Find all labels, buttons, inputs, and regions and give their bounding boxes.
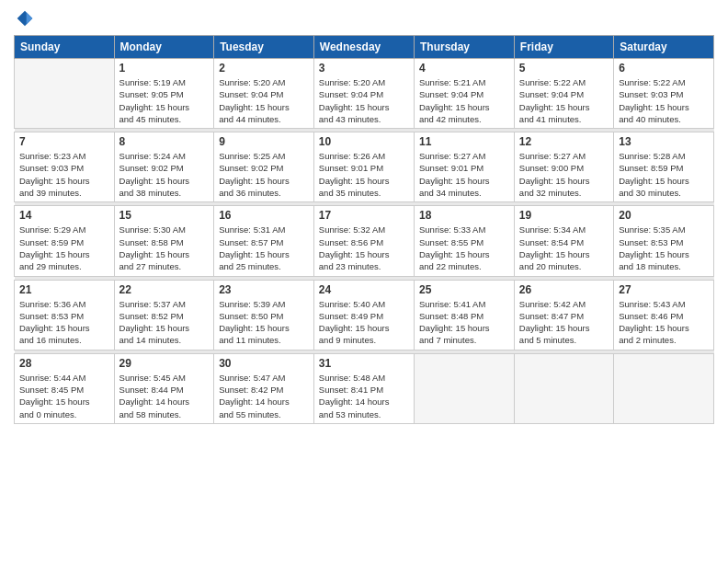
calendar-day-cell: 16Sunrise: 5:31 AMSunset: 8:57 PMDayligh… (214, 206, 314, 276)
logo-icon (16, 9, 34, 28)
day-number: 27 (619, 283, 709, 296)
day-number: 9 (219, 135, 309, 148)
day-number: 25 (419, 283, 509, 296)
day-info: Sunrise: 5:26 AMSunset: 9:01 PMDaylight:… (319, 150, 409, 199)
day-info: Sunrise: 5:34 AMSunset: 8:54 PMDaylight:… (519, 224, 609, 272)
calendar-day-cell (15, 59, 115, 129)
day-info: Sunrise: 5:19 AMSunset: 9:05 PMDaylight:… (119, 76, 210, 125)
day-info: Sunrise: 5:32 AMSunset: 8:56 PMDaylight:… (319, 224, 409, 272)
calendar-day-cell: 25Sunrise: 5:41 AMSunset: 8:48 PMDayligh… (415, 280, 515, 350)
calendar-day-header: Tuesday (214, 36, 314, 59)
calendar-day-cell: 20Sunrise: 5:35 AMSunset: 8:53 PMDayligh… (614, 206, 714, 276)
day-info: Sunrise: 5:23 AMSunset: 9:03 PMDaylight:… (19, 150, 109, 199)
day-info: Sunrise: 5:29 AMSunset: 8:59 PMDaylight:… (19, 224, 109, 272)
day-number: 21 (19, 283, 109, 296)
day-info: Sunrise: 5:47 AMSunset: 8:42 PMDaylight:… (219, 372, 309, 420)
calendar-day-cell: 22Sunrise: 5:37 AMSunset: 8:52 PMDayligh… (114, 280, 214, 350)
day-number: 31 (319, 357, 409, 370)
calendar-day-cell: 19Sunrise: 5:34 AMSunset: 8:54 PMDayligh… (514, 206, 613, 276)
calendar-day-cell: 23Sunrise: 5:39 AMSunset: 8:50 PMDayligh… (214, 280, 314, 350)
day-number: 3 (319, 62, 409, 75)
calendar-day-cell: 3Sunrise: 5:20 AMSunset: 9:04 PMDaylight… (313, 59, 414, 129)
calendar-day-cell: 14Sunrise: 5:29 AMSunset: 8:59 PMDayligh… (15, 206, 115, 276)
calendar-day-cell (614, 353, 714, 423)
day-info: Sunrise: 5:27 AMSunset: 9:00 PMDaylight:… (519, 150, 609, 199)
calendar-day-cell: 8Sunrise: 5:24 AMSunset: 9:02 PMDaylight… (114, 132, 214, 202)
calendar-day-cell: 18Sunrise: 5:33 AMSunset: 8:55 PMDayligh… (415, 206, 515, 276)
svg-marker-1 (27, 12, 33, 24)
day-number: 26 (519, 283, 609, 296)
calendar-day-cell: 30Sunrise: 5:47 AMSunset: 8:42 PMDayligh… (214, 353, 314, 423)
day-number: 6 (619, 62, 709, 75)
day-info: Sunrise: 5:37 AMSunset: 8:52 PMDaylight:… (119, 298, 210, 347)
day-info: Sunrise: 5:45 AMSunset: 8:44 PMDaylight:… (119, 372, 210, 420)
day-number: 11 (419, 135, 509, 148)
day-info: Sunrise: 5:20 AMSunset: 9:04 PMDaylight:… (219, 76, 309, 125)
day-info: Sunrise: 5:31 AMSunset: 8:57 PMDaylight:… (219, 224, 309, 272)
calendar-day-cell: 11Sunrise: 5:27 AMSunset: 9:01 PMDayligh… (415, 132, 515, 202)
day-info: Sunrise: 5:22 AMSunset: 9:04 PMDaylight:… (519, 76, 609, 125)
calendar-day-cell (415, 353, 515, 423)
day-info: Sunrise: 5:43 AMSunset: 8:46 PMDaylight:… (619, 298, 709, 347)
day-info: Sunrise: 5:40 AMSunset: 8:49 PMDaylight:… (319, 298, 409, 347)
day-number: 14 (19, 209, 109, 222)
calendar-day-header: Sunday (15, 36, 115, 59)
calendar-week-row: 28Sunrise: 5:44 AMSunset: 8:45 PMDayligh… (15, 353, 714, 423)
calendar-day-cell: 4Sunrise: 5:21 AMSunset: 9:04 PMDaylight… (415, 59, 515, 129)
day-number: 29 (119, 357, 210, 370)
day-number: 16 (219, 209, 309, 222)
day-info: Sunrise: 5:48 AMSunset: 8:41 PMDaylight:… (319, 372, 409, 420)
day-number: 18 (419, 209, 509, 222)
calendar-day-cell: 24Sunrise: 5:40 AMSunset: 8:49 PMDayligh… (313, 280, 414, 350)
calendar-day-cell: 31Sunrise: 5:48 AMSunset: 8:41 PMDayligh… (313, 353, 414, 423)
day-info: Sunrise: 5:44 AMSunset: 8:45 PMDaylight:… (19, 372, 109, 420)
day-number: 17 (319, 209, 409, 222)
logo (14, 9, 34, 28)
day-number: 15 (119, 209, 210, 222)
calendar-day-cell: 10Sunrise: 5:26 AMSunset: 9:01 PMDayligh… (313, 132, 414, 202)
calendar-week-row: 21Sunrise: 5:36 AMSunset: 8:53 PMDayligh… (15, 280, 714, 350)
day-info: Sunrise: 5:24 AMSunset: 9:02 PMDaylight:… (119, 150, 210, 199)
day-number: 30 (219, 357, 309, 370)
calendar-day-cell: 1Sunrise: 5:19 AMSunset: 9:05 PMDaylight… (114, 59, 214, 129)
day-info: Sunrise: 5:21 AMSunset: 9:04 PMDaylight:… (419, 76, 509, 125)
header (14, 9, 714, 28)
calendar-header-row: SundayMondayTuesdayWednesdayThursdayFrid… (15, 36, 714, 59)
calendar-day-cell: 15Sunrise: 5:30 AMSunset: 8:58 PMDayligh… (114, 206, 214, 276)
calendar-day-header: Wednesday (313, 36, 414, 59)
day-number: 19 (519, 209, 609, 222)
calendar-day-cell: 28Sunrise: 5:44 AMSunset: 8:45 PMDayligh… (15, 353, 115, 423)
day-number: 2 (219, 62, 309, 75)
day-number: 22 (119, 283, 210, 296)
calendar-day-cell: 6Sunrise: 5:22 AMSunset: 9:03 PMDaylight… (614, 59, 714, 129)
calendar-day-cell: 27Sunrise: 5:43 AMSunset: 8:46 PMDayligh… (614, 280, 714, 350)
day-info: Sunrise: 5:35 AMSunset: 8:53 PMDaylight:… (619, 224, 709, 272)
day-info: Sunrise: 5:33 AMSunset: 8:55 PMDaylight:… (419, 224, 509, 272)
calendar-day-cell: 13Sunrise: 5:28 AMSunset: 8:59 PMDayligh… (614, 132, 714, 202)
calendar-day-cell: 29Sunrise: 5:45 AMSunset: 8:44 PMDayligh… (114, 353, 214, 423)
calendar-week-row: 7Sunrise: 5:23 AMSunset: 9:03 PMDaylight… (15, 132, 714, 202)
calendar-week-row: 14Sunrise: 5:29 AMSunset: 8:59 PMDayligh… (15, 206, 714, 276)
calendar-day-cell: 17Sunrise: 5:32 AMSunset: 8:56 PMDayligh… (313, 206, 414, 276)
day-info: Sunrise: 5:39 AMSunset: 8:50 PMDaylight:… (219, 298, 309, 347)
day-number: 10 (319, 135, 409, 148)
calendar-day-cell (514, 353, 613, 423)
day-info: Sunrise: 5:41 AMSunset: 8:48 PMDaylight:… (419, 298, 509, 347)
calendar-day-cell: 2Sunrise: 5:20 AMSunset: 9:04 PMDaylight… (214, 59, 314, 129)
calendar-day-header: Thursday (415, 36, 515, 59)
day-number: 7 (19, 135, 109, 148)
day-info: Sunrise: 5:20 AMSunset: 9:04 PMDaylight:… (319, 76, 409, 125)
day-info: Sunrise: 5:27 AMSunset: 9:01 PMDaylight:… (419, 150, 509, 199)
day-number: 20 (619, 209, 709, 222)
page: SundayMondayTuesdayWednesdayThursdayFrid… (0, 0, 728, 563)
day-number: 13 (619, 135, 709, 148)
day-number: 28 (19, 357, 109, 370)
day-info: Sunrise: 5:30 AMSunset: 8:58 PMDaylight:… (119, 224, 210, 272)
day-number: 5 (519, 62, 609, 75)
calendar-day-cell: 12Sunrise: 5:27 AMSunset: 9:00 PMDayligh… (514, 132, 613, 202)
day-number: 23 (219, 283, 309, 296)
day-number: 4 (419, 62, 509, 75)
calendar-day-header: Monday (114, 36, 214, 59)
day-number: 12 (519, 135, 609, 148)
calendar-day-cell: 21Sunrise: 5:36 AMSunset: 8:53 PMDayligh… (15, 280, 115, 350)
